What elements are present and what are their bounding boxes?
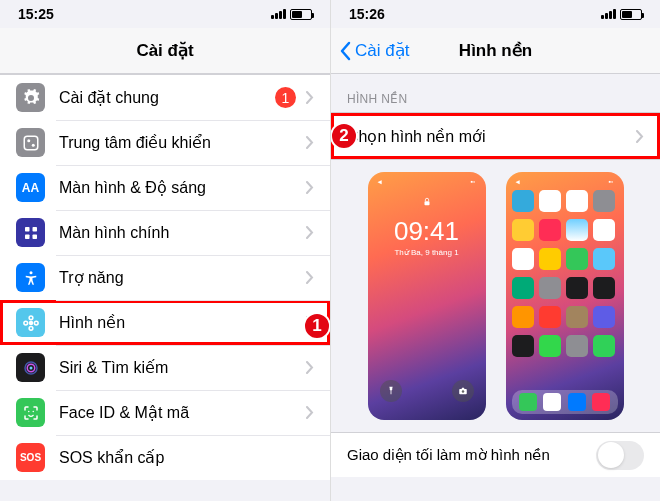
callout-2: 2 <box>330 122 358 150</box>
status-icons <box>271 9 312 20</box>
row-home-screen[interactable]: Màn hình chính <box>0 210 330 255</box>
dock <box>512 390 618 414</box>
lock-screen-preview[interactable]: ◂▪▫ 09:41 Thứ Ba, 9 tháng 1 <box>368 172 486 420</box>
settings-screen: 15:25 Cài đặt Cài đặt chung 1 Trung tâm … <box>0 0 330 501</box>
chevron-right-icon <box>306 136 314 149</box>
page-title: Hình nền <box>459 40 532 61</box>
svg-rect-21 <box>461 388 464 390</box>
row-general[interactable]: Cài đặt chung 1 <box>0 75 330 120</box>
back-button[interactable]: Cài đặt <box>339 40 409 61</box>
toggle-label: Giao diện tối làm mờ hình nền <box>347 446 596 464</box>
row-label: Hình nền <box>59 313 306 332</box>
row-faceid[interactable]: Face ID & Mật mã <box>0 390 330 435</box>
wallpaper-previews: ◂▪▫ 09:41 Thứ Ba, 9 tháng 1 ◂▪▫ <box>331 160 660 432</box>
callout-1: 1 <box>303 312 330 340</box>
row-accessibility[interactable]: Trợ năng <box>0 255 330 300</box>
camera-icon <box>452 380 474 402</box>
svg-point-17 <box>32 410 34 412</box>
chevron-right-icon <box>306 91 314 104</box>
flashlight-icon <box>380 380 402 402</box>
sos-icon: SOS <box>16 443 45 472</box>
row-label: Chọn hình nền mới <box>347 127 636 146</box>
row-label: Cài đặt chung <box>59 88 275 107</box>
svg-point-2 <box>31 143 34 146</box>
status-bar: 15:25 <box>0 0 330 28</box>
grid-icon <box>16 218 45 247</box>
svg-point-15 <box>29 366 32 369</box>
lock-time: 09:41 <box>368 216 486 247</box>
row-label: Trung tâm điều khiển <box>59 133 306 152</box>
svg-rect-3 <box>25 227 30 232</box>
lock-icon <box>368 196 486 208</box>
page-title: Cài đặt <box>136 40 193 61</box>
row-sos[interactable]: SOS SOS khẩn cấp <box>0 435 330 480</box>
nav-bar: Cài đặt <box>0 28 330 74</box>
lock-date: Thứ Ba, 9 tháng 1 <box>368 248 486 257</box>
choose-wallpaper-row[interactable]: Chọn hình nền mới <box>331 113 660 159</box>
back-label: Cài đặt <box>355 40 409 61</box>
status-bar: 15:26 <box>331 0 660 28</box>
nav-bar: Cài đặt Hình nền <box>331 28 660 74</box>
row-label: Màn hình chính <box>59 224 306 242</box>
flower-icon <box>16 308 45 337</box>
row-label: Trợ năng <box>59 268 306 287</box>
battery-icon <box>290 9 312 20</box>
section-header: HÌNH NỀN <box>331 74 660 112</box>
settings-list: Cài đặt chung 1 Trung tâm điều khiển AA … <box>0 74 330 480</box>
row-label: SOS khẩn cấp <box>59 448 314 467</box>
chevron-right-icon <box>306 181 314 194</box>
chevron-right-icon <box>306 226 314 239</box>
dark-dim-row: Giao diện tối làm mờ hình nền <box>331 432 660 477</box>
svg-rect-18 <box>424 201 429 205</box>
chevron-right-icon <box>306 361 314 374</box>
row-siri[interactable]: Siri & Tìm kiếm <box>0 345 330 390</box>
svg-rect-0 <box>24 136 38 150</box>
row-display[interactable]: AA Màn hình & Độ sáng <box>0 165 330 210</box>
status-time: 15:26 <box>349 6 385 22</box>
status-icons <box>601 9 642 20</box>
row-label: Siri & Tìm kiếm <box>59 358 306 377</box>
gear-icon <box>16 83 45 112</box>
signal-icon <box>271 9 286 19</box>
row-control-center[interactable]: Trung tâm điều khiển <box>0 120 330 165</box>
chevron-right-icon <box>306 406 314 419</box>
faceid-icon <box>16 398 45 427</box>
svg-point-20 <box>461 390 464 393</box>
chevron-right-icon <box>306 271 314 284</box>
signal-icon <box>601 9 616 19</box>
accessibility-icon <box>16 263 45 292</box>
app-grid <box>512 190 618 388</box>
svg-rect-4 <box>32 227 37 232</box>
svg-rect-6 <box>32 234 37 239</box>
svg-point-9 <box>29 315 33 319</box>
dark-dim-toggle[interactable] <box>596 441 644 470</box>
sliders-icon <box>16 128 45 157</box>
home-screen-preview[interactable]: ◂▪▫ <box>506 172 624 420</box>
battery-icon <box>620 9 642 20</box>
svg-point-12 <box>34 321 38 325</box>
row-label: Màn hình & Độ sáng <box>59 178 306 197</box>
row-label: Face ID & Mật mã <box>59 403 306 422</box>
svg-rect-5 <box>25 234 30 239</box>
chevron-right-icon <box>636 130 644 143</box>
svg-point-16 <box>28 410 30 412</box>
svg-point-10 <box>29 326 33 330</box>
siri-icon <box>16 353 45 382</box>
text-size-icon: AA <box>16 173 45 202</box>
row-wallpaper[interactable]: Hình nền <box>0 300 330 345</box>
svg-point-11 <box>23 321 27 325</box>
status-time: 15:25 <box>18 6 54 22</box>
badge: 1 <box>275 87 296 108</box>
svg-point-8 <box>28 320 33 325</box>
wallpaper-screen: 15:26 Cài đặt Hình nền HÌNH NỀN Chọn hìn… <box>330 0 660 501</box>
svg-point-1 <box>27 139 30 142</box>
svg-point-7 <box>29 271 32 274</box>
